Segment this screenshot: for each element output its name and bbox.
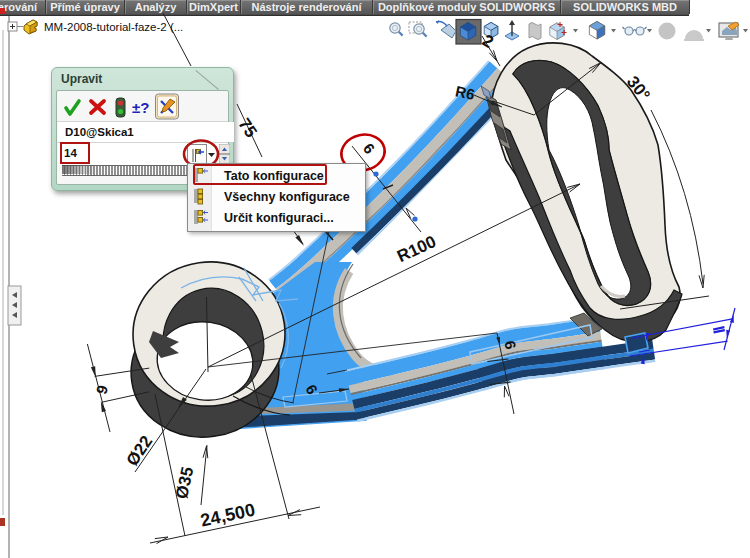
svg-text:±?: ±?	[132, 99, 149, 116]
svg-text:Ø22: Ø22	[123, 432, 157, 469]
svg-text:75: 75	[234, 115, 260, 141]
svg-text:24,500: 24,500	[199, 500, 257, 531]
svg-text:6: 6	[360, 140, 378, 157]
svg-text:Ø35: Ø35	[172, 465, 197, 500]
svg-text:MM-2008-tutorial-faze-2 (...: MM-2008-tutorial-faze-2 (...	[44, 21, 183, 33]
svg-text:9: 9	[92, 383, 111, 395]
